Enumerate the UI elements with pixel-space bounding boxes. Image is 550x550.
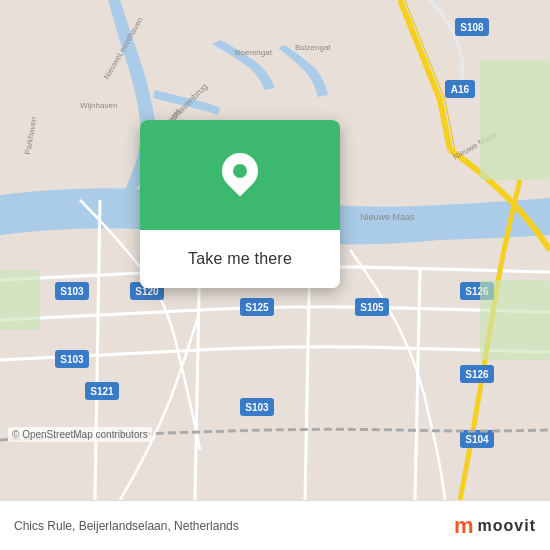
- popup-card: Take me there: [140, 120, 340, 288]
- svg-text:S121: S121: [90, 386, 114, 397]
- svg-text:S125: S125: [245, 302, 269, 313]
- moovit-logo: m moovit: [454, 513, 536, 539]
- svg-text:S108: S108: [460, 22, 484, 33]
- svg-text:S126: S126: [465, 369, 489, 380]
- moovit-m-icon: m: [454, 513, 474, 539]
- location-label: Chics Rule, Beijerlandselaan, Netherland…: [14, 519, 239, 533]
- svg-rect-35: [480, 60, 550, 180]
- popup-button-area: Take me there: [140, 230, 340, 288]
- map-container: S103 S103 S120 S121 S125 S103 S105 S126 …: [0, 0, 550, 500]
- svg-text:A16: A16: [451, 84, 470, 95]
- svg-text:Boerengat: Boerengat: [235, 48, 273, 57]
- pin-inner: [233, 164, 247, 178]
- svg-text:S103: S103: [60, 354, 84, 365]
- svg-text:S103: S103: [245, 402, 269, 413]
- pin-circle: [215, 146, 266, 197]
- take-me-there-button[interactable]: Take me there: [156, 242, 324, 276]
- svg-rect-37: [480, 280, 550, 360]
- svg-text:S105: S105: [360, 302, 384, 313]
- bottom-bar: Chics Rule, Beijerlandselaan, Netherland…: [0, 500, 550, 550]
- map-attribution: © OpenStreetMap contributors: [8, 427, 152, 442]
- svg-text:Wijnhaven: Wijnhaven: [80, 101, 117, 110]
- popup-map-area: [140, 120, 340, 230]
- svg-rect-36: [0, 270, 40, 330]
- svg-text:Nieuwe Maas: Nieuwe Maas: [360, 212, 415, 222]
- location-pin: [222, 153, 258, 197]
- moovit-wordmark: moovit: [478, 517, 536, 535]
- svg-text:Buizengat: Buizengat: [295, 43, 331, 52]
- svg-text:S103: S103: [60, 286, 84, 297]
- svg-text:S104: S104: [465, 434, 489, 445]
